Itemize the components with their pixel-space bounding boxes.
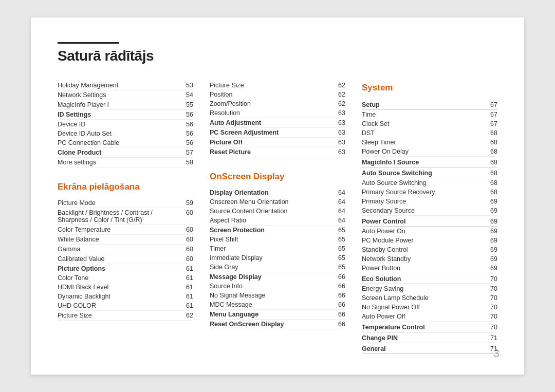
toc-row: Color Tone61 bbox=[58, 273, 193, 283]
toc-label: Picture Options bbox=[58, 265, 181, 272]
page: Saturā rādītājs Holiday Management53Netw… bbox=[31, 17, 524, 375]
toc-label: MagicInfo Player I bbox=[58, 101, 181, 108]
section-title-col1: Ekrāna pielāgošana bbox=[58, 182, 193, 192]
toc-section-header-row: General71 bbox=[362, 343, 497, 354]
toc-label: Auto Source Switching bbox=[362, 179, 485, 186]
toc-num: 63 bbox=[333, 129, 345, 136]
toc-row: Immediate Display65 bbox=[210, 253, 345, 263]
toc-row: Pixel Shift65 bbox=[210, 235, 345, 244]
toc-label: Auto Power On bbox=[362, 228, 485, 235]
toc-num: 62 bbox=[333, 100, 345, 107]
toc-num: 60 bbox=[181, 246, 193, 253]
toc-label: Standby Control bbox=[362, 246, 485, 253]
toc-label: Display Orientation bbox=[210, 189, 333, 196]
toc-group-label: Change PIN bbox=[362, 334, 485, 342]
col2-section-toc: Display Orientation64Onscreen Menu Orien… bbox=[210, 188, 345, 329]
toc-row: Energy Saving70 bbox=[362, 284, 497, 293]
col1-toc: Holiday Management53Network Settings54Ma… bbox=[58, 81, 193, 167]
toc-label: White Balance bbox=[58, 236, 181, 243]
toc-num: 60 bbox=[181, 255, 193, 263]
toc-num: 69 bbox=[485, 246, 497, 253]
toc-label: Menu Language bbox=[210, 311, 333, 318]
toc-label: Picture Size bbox=[58, 312, 181, 319]
toc-group-label: Setup bbox=[362, 101, 485, 108]
toc-label: ID Settings bbox=[58, 111, 181, 118]
toc-row: Dynamic Backlight61 bbox=[58, 292, 193, 301]
toc-label: Aspect Ratio bbox=[210, 217, 333, 224]
toc-row: Picture Mode59 bbox=[58, 198, 193, 208]
page-title: Saturā rādītājs bbox=[58, 48, 497, 64]
toc-row: Clock Set67 bbox=[362, 119, 497, 128]
toc-num: 62 bbox=[181, 312, 193, 319]
toc-label: Screen Protection bbox=[210, 227, 333, 234]
toc-num: 66 bbox=[333, 311, 345, 318]
toc-group-num: 67 bbox=[485, 101, 497, 108]
toc-row: Auto Adjustment63 bbox=[210, 118, 345, 128]
toc-row: MagicInfo Player I55 bbox=[58, 100, 193, 110]
toc-group-num: 70 bbox=[485, 275, 497, 283]
toc-label: Picture Off bbox=[210, 139, 333, 146]
section-title-col2: OnScreen Display bbox=[210, 172, 345, 182]
toc-row: Side Gray65 bbox=[210, 263, 345, 272]
toc-row: Reset Picture63 bbox=[210, 147, 345, 157]
toc-num: 64 bbox=[333, 189, 345, 196]
toc-label: Power Button bbox=[362, 265, 485, 272]
toc-num: 68 bbox=[485, 139, 497, 146]
toc-row: MDC Message66 bbox=[210, 300, 345, 310]
toc-num: 63 bbox=[333, 139, 345, 146]
toc-row: Aspect Ratio64 bbox=[210, 216, 345, 226]
toc-row: Color Temperature60 bbox=[58, 225, 193, 235]
toc-num: 61 bbox=[181, 265, 193, 272]
toc-section-header-row: Eco Solution70 bbox=[362, 273, 497, 284]
toc-group-num: 68 bbox=[485, 170, 497, 177]
toc-num: 69 bbox=[485, 228, 497, 235]
toc-label: Calibrated Value bbox=[58, 255, 181, 263]
col3-toc: Setup67Time67Clock Set67DST68Sleep Timer… bbox=[362, 99, 497, 354]
toc-row: Picture Off63 bbox=[210, 138, 345, 147]
toc-row: Device ID56 bbox=[58, 120, 193, 129]
column-2: Picture Size62Position62Zoom/Position62R… bbox=[210, 81, 345, 354]
toc-label: PC Connection Cable bbox=[58, 139, 181, 146]
toc-group-label: Power Control bbox=[362, 218, 485, 225]
toc-row: No Signal Power Off70 bbox=[362, 303, 497, 312]
toc-group-num: 69 bbox=[485, 218, 497, 225]
toc-label: Clone Product bbox=[58, 149, 181, 156]
toc-row: Position62 bbox=[210, 90, 345, 99]
toc-group-label: General bbox=[362, 345, 485, 352]
toc-row: Time67 bbox=[362, 110, 497, 119]
toc-row: Power On Delay68 bbox=[362, 147, 497, 157]
toc-num: 65 bbox=[333, 227, 345, 234]
toc-num: 64 bbox=[333, 208, 345, 215]
toc-label: More settings bbox=[58, 159, 181, 166]
toc-section-header-row: Temperature Control70 bbox=[362, 322, 497, 332]
toc-label: Device ID Auto Set bbox=[58, 130, 181, 137]
toc-row: Resolution63 bbox=[210, 108, 345, 118]
toc-row: Power Button69 bbox=[362, 264, 497, 273]
toc-num: 66 bbox=[333, 292, 345, 299]
toc-row: White Balance60 bbox=[58, 235, 193, 245]
toc-label: Primary Source Recovery bbox=[362, 189, 485, 196]
toc-label: Screen Lamp Schedule bbox=[362, 294, 485, 302]
toc-label: MDC Message bbox=[210, 301, 333, 308]
toc-group-label: Auto Source Switching bbox=[362, 170, 485, 177]
column-1: Holiday Management53Network Settings54Ma… bbox=[58, 81, 193, 354]
toc-label: No Signal Message bbox=[210, 292, 333, 299]
toc-row: Network Standby69 bbox=[362, 254, 497, 264]
toc-row: Menu Language66 bbox=[210, 310, 345, 320]
column-3: System Setup67Time67Clock Set67DST68Slee… bbox=[362, 81, 497, 354]
toc-label: Gamma bbox=[58, 246, 181, 253]
toc-label: Time bbox=[362, 111, 485, 118]
toc-num: 56 bbox=[181, 111, 193, 118]
toc-num: 67 bbox=[485, 111, 497, 118]
toc-num: 65 bbox=[333, 236, 345, 243]
toc-row: Clone Product57 bbox=[58, 148, 193, 158]
toc-num: 54 bbox=[181, 91, 193, 99]
toc-num: 56 bbox=[181, 121, 193, 128]
toc-num: 63 bbox=[333, 148, 345, 156]
toc-row: Screen Protection65 bbox=[210, 226, 345, 235]
toc-num: 56 bbox=[181, 139, 193, 146]
toc-num: 69 bbox=[485, 207, 497, 214]
toc-label: Reset Picture bbox=[210, 148, 333, 156]
toc-num: 69 bbox=[485, 265, 497, 272]
toc-label: Picture Mode bbox=[58, 199, 181, 207]
